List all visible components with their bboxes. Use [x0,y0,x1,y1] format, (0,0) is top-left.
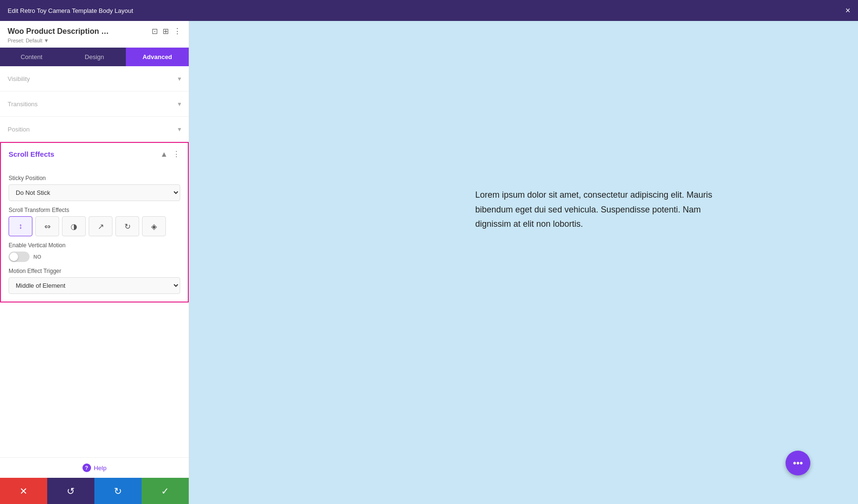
visibility-section-header[interactable]: Visibility ▾ [0,66,189,91]
position-section-header[interactable]: Position ▾ [0,117,189,142]
transform-effects-label: Scroll Transform Effects [9,207,180,213]
vertical-motion-toggle-row: NO [9,252,180,262]
panel-title-icons: ⊡ ⊞ ⋮ [152,27,181,36]
left-panel: Woo Product Description S... ⊡ ⊞ ⋮ Prese… [0,21,189,504]
bottom-bar: ✕ ↺ ↻ ✓ [0,478,189,504]
position-chevron-icon: ▾ [178,125,181,133]
panel-header: Woo Product Description S... ⊡ ⊞ ⋮ Prese… [0,21,189,48]
vertical-motion-toggle[interactable] [9,252,30,262]
main-layout: Woo Product Description S... ⊡ ⊞ ⋮ Prese… [0,21,858,504]
motion-trigger-select[interactable]: Middle of Element Top of Element Bottom … [9,277,180,294]
fab-dots-button[interactable]: ••• [786,451,810,475]
save-button[interactable]: ✓ [142,478,189,504]
canvas-area: Lorem ipsum dolor sit amet, consectetur … [189,21,858,504]
transform-rotate-button[interactable]: ↻ [115,216,139,236]
vertical-motion-label: Enable Vertical Motion [9,242,180,249]
more-options-button[interactable]: ⋮ [174,27,181,36]
redo-button[interactable]: ↻ [94,478,142,504]
transform-fade-button[interactable]: ◑ [62,216,86,236]
scroll-effects-more-button[interactable]: ⋮ [173,150,180,159]
panel-title: Woo Product Description S... [8,27,112,36]
panel-title-row: Woo Product Description S... ⊡ ⊞ ⋮ [8,27,181,36]
help-area: ? Help [0,457,189,478]
scroll-effects-collapse-button[interactable]: ▲ [160,150,168,159]
sticky-position-label: Sticky Position [9,175,180,181]
close-button[interactable]: × [845,6,850,16]
sticky-position-select[interactable]: Do Not Stick Stick to Top Stick to Botto… [9,184,180,201]
motion-trigger-label: Motion Effect Trigger [9,268,180,274]
title-bar: Edit Retro Toy Camera Template Body Layo… [0,0,858,21]
transform-scale-button[interactable]: ◈ [142,216,166,236]
transitions-section-header[interactable]: Transitions ▾ [0,91,189,117]
transform-horizontal-button[interactable]: ⇔ [35,216,59,236]
visibility-label: Visibility [8,75,30,82]
cancel-button[interactable]: ✕ [0,478,47,504]
position-label: Position [8,126,30,133]
transitions-label: Transitions [8,101,38,108]
scroll-effects-section: Scroll Effects ▲ ⋮ Sticky Position Do No… [0,142,189,302]
help-button[interactable]: ? Help [82,464,107,472]
scroll-effects-body: Sticky Position Do Not Stick Stick to To… [1,165,188,302]
help-icon: ? [82,464,91,472]
toggle-thumb [10,252,18,261]
preset-label[interactable]: Preset: Default ▼ [8,38,181,43]
help-label: Help [94,464,107,472]
scroll-effects-header-icons: ▲ ⋮ [160,150,180,159]
tab-bar: Content Design Advanced [0,48,189,66]
canvas-lorem-text: Lorem ipsum dolor sit amet, consectetur … [475,188,714,232]
visibility-chevron-icon: ▾ [178,75,181,82]
layout-icon-button[interactable]: ⊞ [163,27,169,36]
toggle-state-label: NO [33,254,41,260]
responsive-icon-button[interactable]: ⊡ [152,27,158,36]
transform-icons-row: ↕ ⇔ ◑ ↗ ↻ ◈ [9,216,180,236]
panel-content: Visibility ▾ Transitions ▾ Position ▾ Sc… [0,66,189,457]
scroll-effects-header: Scroll Effects ▲ ⋮ [1,143,188,165]
title-bar-title: Edit Retro Toy Camera Template Body Layo… [8,7,133,14]
undo-button[interactable]: ↺ [47,478,94,504]
scroll-effects-title: Scroll Effects [9,150,54,158]
tab-design[interactable]: Design [63,48,126,66]
transform-blur-button[interactable]: ↗ [89,216,112,236]
tab-content[interactable]: Content [0,48,63,66]
fab-dots-icon: ••• [793,458,803,469]
transitions-chevron-icon: ▾ [178,100,181,108]
transform-vertical-button[interactable]: ↕ [9,216,32,236]
tab-advanced[interactable]: Advanced [126,48,189,66]
